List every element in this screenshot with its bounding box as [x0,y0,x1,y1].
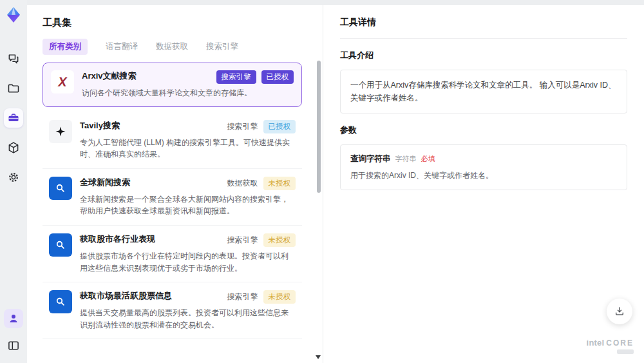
auth-status-badge: 未授权 [263,290,296,304]
scroll-down-arrow-icon[interactable] [316,355,321,359]
params-heading: 参数 [340,124,627,136]
auth-status-badge: 未授权 [263,233,296,247]
arxiv-logo-icon: X [51,70,74,93]
tab-all-categories[interactable]: 所有类别 [43,39,88,55]
tool-title: 获取市场最活跃股票信息 [80,290,172,302]
folder-icon[interactable] [4,79,23,98]
parameter-required-flag: 必填 [421,154,435,164]
tool-title: Arxiv文献搜索 [82,70,137,82]
scrollbar-thumb[interactable] [317,61,321,193]
auth-status-badge: 已授权 [263,120,296,133]
category-label: 搜索引擎 [227,291,258,302]
page-title: 工具集 [43,17,308,29]
parameter-description: 用于搜索的Arxiv ID、关键字或作者姓名。 [350,170,617,181]
tool-description: 全球新闻搜索是一个聚合全球各大新闻网站内容的搜索引擎，帮助用户快速获取全球最新资… [80,193,296,217]
tool-card-global-news[interactable]: 全球新闻搜索 数据获取 未授权 全球新闻搜索是一个聚合全球各大新闻网站内容的搜索… [43,169,302,226]
download-icon [614,306,625,317]
tool-description: 提供股票市场各个行业在特定时间段内的表现。投资者可以利用这些信息来识别表现优于或… [80,250,296,274]
parameter-name: 查询字符串 [350,153,391,164]
intel-core-logo: intel core [587,338,634,354]
detail-panel-title: 工具详情 [340,17,627,39]
category-badge: 搜索引擎 [216,70,256,84]
tool-card-regional-news[interactable]: 万维地区新闻查询 搜索引擎 未授权 查询具体行政区划内的新闻，快速了解各地新闻动 [43,339,302,343]
search-app-icon [49,233,72,257]
parameter-item: 查询字符串 字符串 必填 用于搜索的Arxiv ID、关键字或作者姓名。 [340,144,627,190]
tab-search-engine[interactable]: 搜索引擎 [206,41,238,52]
auth-status-badge: 已授权 [261,70,294,84]
parameter-type: 字符串 [395,154,417,164]
left-sidebar [0,0,27,363]
category-label: 搜索引擎 [227,235,258,246]
tool-description: 访问各个研究领域大量科学论文和文章的存储库。 [82,87,294,99]
intel-sub-badge [617,349,634,354]
tab-data-acquisition[interactable]: 数据获取 [156,41,188,52]
sidebar-bottom [4,309,23,363]
download-button[interactable] [607,299,632,324]
tool-description: 提供当天交易量最高的股票列表。投资者可以利用这些信息来识别流动性强的股票和潜在的… [80,307,296,331]
tool-detail-panel: 工具详情 工具介绍 一个用于从Arxiv存储库搜索科学论文和文章的工具。 输入可… [323,5,644,363]
tool-description: 专为人工智能代理 (LLM) 构建的搜索引擎工具。可快速提供实时、准确和真实的结… [80,137,296,161]
tool-list-panel: 工具集 所有类别 语言翻译 数据获取 搜索引擎 X Arxiv文献搜索 搜索引擎 [27,5,323,363]
category-label: 数据获取 [227,178,258,189]
category-label: 搜索引擎 [227,121,258,132]
auth-status-badge: 未授权 [263,177,296,190]
list-scrollbar[interactable] [317,61,321,357]
tool-title: 获取股市各行业表现 [80,233,155,245]
tool-card-arxiv[interactable]: X Arxiv文献搜索 搜索引擎 已授权 访问各个研究领域大量科学论文和文章的存… [43,63,302,107]
toolbox-icon[interactable] [4,108,23,128]
panel-layout-icon[interactable] [4,336,23,355]
tool-card-tavily[interactable]: Tavily搜索 搜索引擎 已授权 专为人工智能代理 (LLM) 构建的搜索引擎… [43,112,302,169]
intro-heading: 工具介绍 [340,50,627,61]
app-logo-icon[interactable] [4,5,23,25]
tool-card-sector-performance[interactable]: 获取股市各行业表现 搜索引擎 未授权 提供股票市场各个行业在特定时间段内的表现。… [43,226,302,282]
intel-wordmark: intel [587,338,605,348]
sidebar-nav [4,49,23,187]
core-wordmark: core [606,338,634,348]
search-app-icon [49,290,72,313]
tool-title: 全球新闻搜索 [80,177,130,188]
sparkle-icon [49,120,72,143]
tab-language-translation[interactable]: 语言翻译 [106,41,138,52]
user-icon[interactable] [4,309,23,328]
search-app-icon [49,177,72,200]
main-content: 工具集 所有类别 语言翻译 数据获取 搜索引擎 X Arxiv文献搜索 搜索引擎 [27,5,644,363]
tool-title: Tavily搜索 [80,120,120,132]
cube-icon[interactable] [4,138,23,157]
tool-card-most-active-stocks[interactable]: 获取市场最活跃股票信息 搜索引擎 未授权 提供当天交易量最高的股票列表。投资者可… [43,282,302,339]
chat-icon[interactable] [4,49,23,68]
tool-card-list: X Arxiv文献搜索 搜索引擎 已授权 访问各个研究领域大量科学论文和文章的存… [43,63,308,343]
tool-intro-text: 一个用于从Arxiv存储库搜索科学论文和文章的工具。 输入可以是Arxiv ID… [340,70,627,113]
app-window: 工具集 所有类别 语言翻译 数据获取 搜索引擎 X Arxiv文献搜索 搜索引擎 [0,0,644,363]
gear-icon[interactable] [4,168,23,187]
category-tabs: 所有类别 语言翻译 数据获取 搜索引擎 [43,39,308,55]
